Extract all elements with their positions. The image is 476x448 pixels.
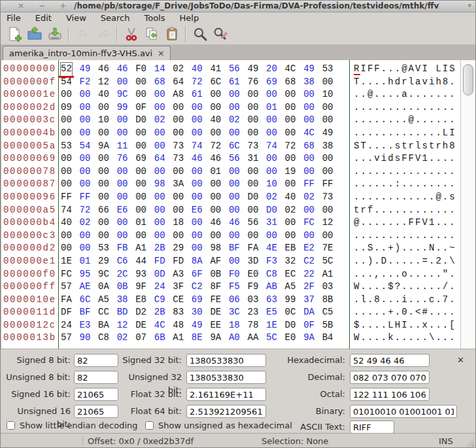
hex-byte[interactable]: 12 (98, 76, 109, 89)
hex-byte[interactable]: 78 (248, 319, 259, 332)
ascii-char[interactable]: h (435, 76, 443, 89)
hex-byte[interactable]: A1 (173, 332, 184, 345)
ascii-char[interactable]: . (360, 76, 367, 89)
hex-byte[interactable]: 76 (117, 152, 128, 165)
hex-byte[interactable]: 46 (229, 216, 240, 230)
hex-byte[interactable]: 93 (135, 268, 146, 281)
ascii-char[interactable]: . (449, 101, 456, 114)
hex-byte[interactable]: 0F (135, 101, 146, 114)
ascii-char[interactable]: s (395, 140, 402, 153)
hex-byte[interactable]: 23 (248, 306, 259, 319)
ascii-char[interactable]: . (449, 268, 456, 281)
ascii-char[interactable]: $ (388, 281, 395, 294)
ascii-char[interactable]: . (422, 178, 430, 191)
hex-byte[interactable]: 2C (117, 268, 128, 281)
hex-byte[interactable]: 00 (135, 140, 146, 153)
ascii-char[interactable]: . (367, 294, 375, 307)
ascii-char[interactable]: . (422, 242, 430, 255)
hex-byte[interactable]: 2B (154, 242, 165, 255)
hex-byte[interactable]: 00 (266, 230, 277, 243)
hex-byte[interactable]: F0 (135, 63, 146, 76)
hex-byte[interactable]: 3F (173, 281, 184, 294)
hex-byte[interactable]: 01 (210, 165, 221, 179)
hex-byte[interactable]: CE (173, 294, 184, 307)
window-maximize-icon[interactable]: + (60, 1, 66, 11)
ascii-char[interactable]: . (354, 191, 361, 204)
hex-byte[interactable]: 01 (80, 255, 91, 268)
hex-byte[interactable]: 0D (154, 268, 165, 281)
hex-byte[interactable]: FE (210, 294, 221, 307)
open-button[interactable] (24, 25, 44, 43)
hex-byte[interactable]: E8 (135, 294, 146, 307)
ascii-char[interactable]: . (367, 281, 375, 294)
hex-byte[interactable]: FF (322, 178, 333, 191)
hex-byte[interactable]: 00 (135, 88, 146, 101)
hex-byte[interactable]: 00 (266, 114, 277, 127)
octal-field[interactable] (350, 388, 430, 401)
ascii-char[interactable]: . (429, 165, 436, 179)
ascii-char[interactable]: . (388, 268, 395, 281)
hex-byte[interactable]: 18 (229, 319, 240, 332)
hex-byte[interactable]: AE (80, 281, 91, 294)
ascii-char[interactable]: + (388, 306, 395, 319)
ascii-char[interactable]: . (443, 101, 450, 114)
hex-byte[interactable]: 00 (303, 230, 314, 243)
ascii-char[interactable]: . (435, 216, 443, 230)
hex-byte[interactable]: 00 (192, 216, 203, 230)
hex-byte[interactable]: 00 (210, 230, 221, 243)
vertical-scrollbar[interactable] (460, 60, 475, 349)
ascii-char[interactable]: h (388, 76, 395, 89)
hex-byte[interactable]: 63 (266, 294, 277, 307)
ascii-char[interactable]: . (395, 204, 402, 217)
hex-byte[interactable]: 20 (266, 63, 277, 76)
ascii-char[interactable]: . (401, 191, 409, 204)
hex-byte[interactable]: 4C (285, 63, 296, 76)
hex-byte[interactable]: E0 (285, 332, 296, 345)
hex-byte[interactable]: 00 (61, 165, 72, 179)
ascii-char[interactable]: . (388, 101, 395, 114)
hex-byte[interactable]: 10 (322, 88, 333, 101)
hex-byte[interactable]: 00 (80, 114, 91, 127)
hex-byte[interactable]: E5 (266, 306, 277, 319)
hex-byte[interactable]: 40 (192, 63, 203, 76)
ascii-char[interactable]: . (360, 255, 367, 268)
ascii-char[interactable]: . (381, 306, 388, 319)
hex-byte[interactable]: 00 (229, 127, 240, 140)
ascii-char[interactable]: . (422, 101, 430, 114)
paste-button[interactable] (162, 25, 182, 43)
hex-byte[interactable]: 00 (135, 127, 146, 140)
new-file-button[interactable] (4, 25, 24, 43)
hex-byte[interactable]: 69 (192, 294, 203, 307)
hex-byte[interactable]: 00 (322, 101, 333, 114)
hex-byte[interactable]: 00 (98, 230, 109, 243)
ascii-char[interactable]: . (374, 216, 381, 230)
ascii-char[interactable]: r (401, 76, 409, 89)
hex-byte[interactable]: 00 (173, 191, 184, 204)
ascii-char[interactable]: 8 (449, 140, 456, 153)
hex-byte[interactable]: 00 (266, 88, 277, 101)
little-endian-checkbox[interactable] (7, 421, 15, 430)
ascii-char[interactable]: . (374, 281, 381, 294)
ascii-char[interactable]: . (409, 306, 416, 319)
hex-byte[interactable]: 00 (229, 88, 240, 101)
ascii-char[interactable]: . (435, 114, 443, 127)
ascii-char[interactable]: . (374, 191, 381, 204)
hex-byte[interactable]: 00 (154, 165, 165, 179)
ascii-char[interactable]: H (395, 319, 402, 332)
hex-byte[interactable]: 00 (229, 178, 240, 191)
unsigned16-field[interactable] (74, 405, 118, 418)
hex-byte[interactable]: 0A (98, 281, 109, 294)
ascii-char[interactable]: . (374, 178, 381, 191)
ascii-char[interactable]: . (415, 230, 422, 243)
ascii-char[interactable]: . (388, 191, 395, 204)
hex-byte[interactable]: 00 (135, 165, 146, 179)
hex-byte[interactable]: BF (80, 306, 91, 319)
hex-byte[interactable]: 00 (61, 88, 72, 101)
hex-byte[interactable]: 00 (135, 191, 146, 204)
ascii-char[interactable]: d (388, 152, 395, 165)
hex-byte[interactable]: 00 (192, 127, 203, 140)
ascii-char[interactable]: . (354, 294, 361, 307)
ascii-char[interactable]: . (415, 204, 422, 217)
ascii-char[interactable]: . (443, 165, 450, 179)
ascii-char[interactable]: . (422, 281, 430, 294)
